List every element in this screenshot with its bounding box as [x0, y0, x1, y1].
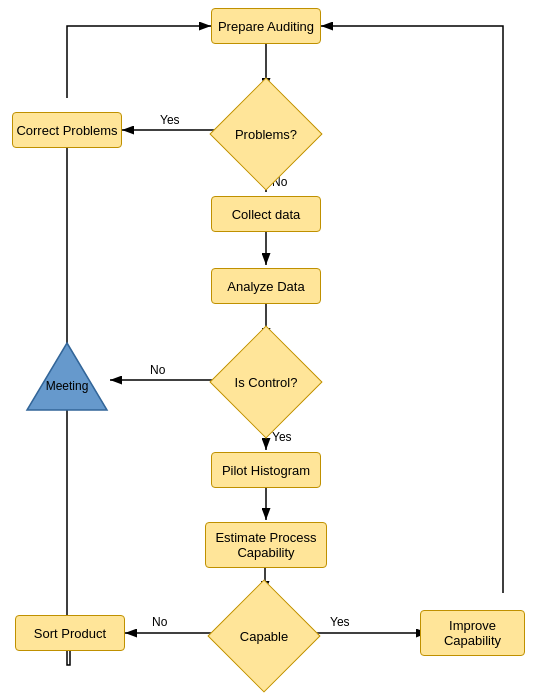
capable-diamond: Capable: [218, 590, 310, 682]
pilot-histogram-label: Pilot Histogram: [222, 463, 310, 478]
correct-problems-node: Correct Problems: [12, 112, 122, 148]
correct-problems-label: Correct Problems: [16, 123, 117, 138]
sort-product-node: Sort Product: [15, 615, 125, 651]
estimate-capability-label: Estimate Process Capability: [215, 530, 316, 560]
is-control-label: Is Control?: [235, 375, 298, 390]
collect-data-node: Collect data: [211, 196, 321, 232]
svg-text:Yes: Yes: [272, 430, 292, 444]
prepare-auditing-label: Prepare Auditing: [218, 19, 314, 34]
analyze-data-label: Analyze Data: [227, 279, 304, 294]
improve-capability-label: Improve Capability: [444, 618, 501, 648]
problems-diamond: Problems?: [220, 88, 312, 180]
svg-text:Yes: Yes: [160, 113, 180, 127]
pilot-histogram-node: Pilot Histogram: [211, 452, 321, 488]
estimate-capability-node: Estimate Process Capability: [205, 522, 327, 568]
problems-label: Problems?: [235, 127, 297, 142]
svg-marker-18: [27, 343, 107, 410]
meeting-node: Meeting: [22, 338, 112, 418]
capable-label: Capable: [240, 629, 288, 644]
improve-capability-node: Improve Capability: [420, 610, 525, 656]
sort-product-label: Sort Product: [34, 626, 106, 641]
flowchart: Yes No No Yes No Yes Prepare: [0, 0, 538, 695]
svg-text:No: No: [150, 363, 166, 377]
svg-text:Meeting: Meeting: [46, 379, 89, 393]
is-control-diamond: Is Control?: [220, 336, 312, 428]
svg-text:Yes: Yes: [330, 615, 350, 629]
prepare-auditing-node: Prepare Auditing: [211, 8, 321, 44]
collect-data-label: Collect data: [232, 207, 301, 222]
analyze-data-node: Analyze Data: [211, 268, 321, 304]
svg-text:No: No: [152, 615, 168, 629]
